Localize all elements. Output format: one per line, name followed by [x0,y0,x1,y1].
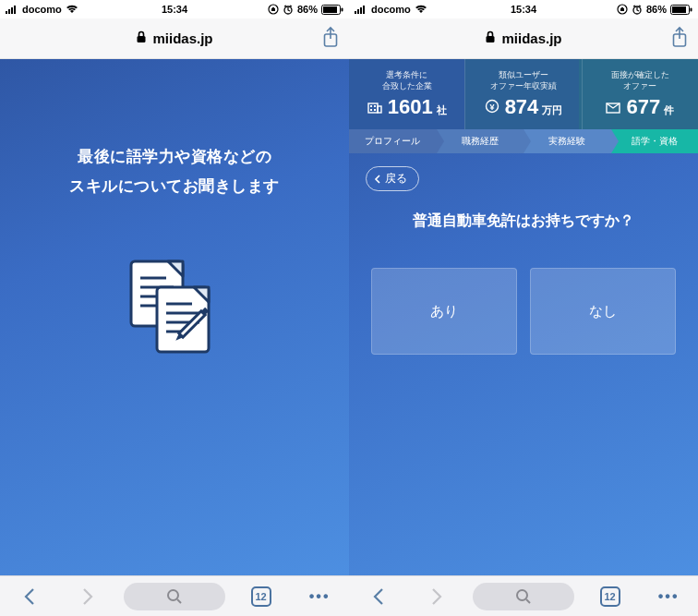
svg-rect-35 [487,36,495,42]
svg-point-24 [168,590,178,600]
svg-rect-39 [370,105,372,107]
choice-yes[interactable]: あり [371,268,517,355]
status-bar: 15:34 docomo 86% [0,0,349,18]
tabs-button[interactable]: 12 [587,586,633,607]
stat-value: 1601 [388,95,433,119]
app-content: 選考条件に合致した企業 1601 社 類似ユーザーオファー年収実績 ¥ 874 … [349,59,698,575]
stat-offer-income: 類似ユーザーオファー年収実績 ¥ 874 万円 [465,59,582,129]
progress-steps: プロフィール 職務経歴 実務経験 語学・資格 [349,129,698,153]
stat-value: 677 [626,95,660,119]
svg-rect-9 [138,36,146,42]
stat-label: 選考条件に [386,70,427,79]
stat-value: 874 [505,95,539,119]
svg-point-46 [517,590,527,600]
svg-rect-29 [363,6,365,14]
url-domain: miidas.jp [501,30,561,46]
step-language-license[interactable]: 語学・資格 [611,129,699,153]
svg-rect-28 [360,7,362,14]
search-icon [515,588,532,605]
svg-rect-33 [672,6,686,13]
wifi-icon [415,5,427,14]
svg-rect-40 [374,105,376,107]
battery-icon [670,5,692,15]
svg-text:¥: ¥ [489,103,494,112]
browser-toolbar: 12 ••• [0,575,349,616]
svg-rect-2 [11,7,13,14]
step-experience[interactable]: 実務経験 [524,129,611,153]
browser-url-bar[interactable]: miidas.jp [349,18,698,59]
share-button[interactable] [670,26,689,54]
stat-label: 類似ユーザー [499,70,548,79]
svg-rect-7 [323,6,337,13]
tabs-button[interactable]: 12 [238,586,284,607]
rotation-lock-icon [617,4,628,15]
browser-url-bar[interactable]: miidas.jp [0,18,349,59]
alarm-icon [283,4,294,15]
choice-no[interactable]: なし [530,268,676,355]
phone-right: 15:34 docomo 86% miidas.jp [349,0,698,616]
svg-line-25 [177,599,181,603]
back-button[interactable]: 戻る [366,166,419,191]
svg-rect-26 [355,11,356,14]
intro-line1: 最後に語学力や資格などの [78,148,271,165]
carrier-label: docomo [22,4,62,15]
battery-icon [321,5,343,15]
carrier-label: docomo [371,4,411,15]
share-button[interactable] [321,26,340,54]
stat-label: 合致した企業 [382,81,432,91]
yen-icon: ¥ [485,99,499,117]
status-bar: 15:34 docomo 86% [349,0,698,18]
phone-left: 15:34 docomo 86% [0,0,349,616]
building-icon [367,101,382,117]
svg-rect-0 [6,11,7,14]
svg-rect-27 [357,9,359,14]
intro-heading: 最後に語学力や資格などの スキルについてお聞きします [0,142,349,202]
search-button[interactable] [124,583,225,610]
mail-icon [606,101,620,117]
svg-rect-41 [370,109,372,111]
wifi-icon [66,5,78,14]
browser-toolbar: 12 ••• [349,575,698,616]
lock-icon [485,30,496,46]
nav-back-button[interactable] [6,587,53,606]
stat-matching-companies: 選考条件に合致した企業 1601 社 [349,59,465,129]
search-icon [166,588,183,605]
nav-forward-button[interactable] [65,587,111,606]
stat-unit: 社 [437,103,447,117]
signal-icon [6,5,18,14]
stat-unit: 万円 [542,103,562,117]
svg-line-47 [526,599,530,603]
stat-label: オファー [623,81,656,91]
rotation-lock-icon [268,4,279,15]
svg-rect-34 [691,7,692,11]
nav-forward-button[interactable] [414,587,460,606]
tabs-count: 12 [600,586,620,607]
nav-back-button[interactable] [355,587,402,606]
alarm-icon [632,4,643,15]
tabs-count: 12 [251,586,271,607]
url-domain: miidas.jp [152,30,212,46]
question-text: 普通自動車免許はお持ちですか？ [366,211,681,231]
intro-line2: スキルについてお聞きします [69,177,280,195]
documents-icon [0,248,349,372]
stat-confirmed-offers: 面接が確定したオファー 677 件 [583,59,698,129]
step-career[interactable]: 職務経歴 [437,129,524,153]
svg-rect-37 [368,103,378,113]
search-button[interactable] [473,583,574,610]
svg-rect-1 [8,9,10,14]
back-label: 戻る [385,171,407,187]
stat-unit: 件 [664,103,674,117]
more-button[interactable]: ••• [645,588,692,605]
intro-splash: 最後に語学力や資格などの スキルについてお聞きします [0,59,349,575]
choice-group: あり なし [366,268,681,355]
step-profile[interactable]: プロフィール [349,129,437,153]
svg-rect-3 [14,6,16,14]
signal-icon [355,5,367,14]
battery-pct: 86% [297,4,318,15]
svg-rect-38 [378,106,381,113]
stats-strip: 選考条件に合致した企業 1601 社 類似ユーザーオファー年収実績 ¥ 874 … [349,59,698,129]
more-button[interactable]: ••• [296,588,343,605]
battery-pct: 86% [646,4,667,15]
svg-rect-8 [342,7,343,11]
stat-label: オファー年収実績 [490,81,557,91]
